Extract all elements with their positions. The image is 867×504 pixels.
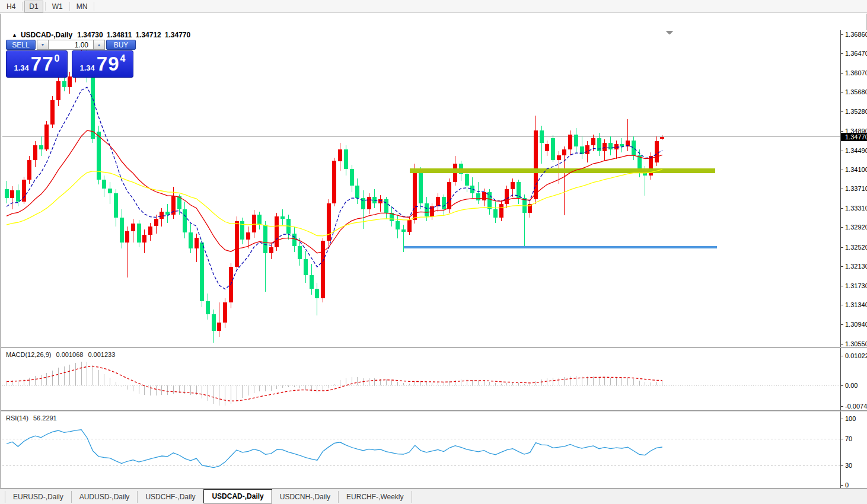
price-axis-label: 1.31730: [841, 282, 867, 290]
candles-layer: [5, 45, 665, 342]
price-axis-label: 1.33710: [841, 185, 867, 193]
price-axis-label: 1.36470: [841, 50, 867, 58]
tab-usdcad[interactable]: USDCAD-,Daily: [203, 489, 272, 503]
tab-usdcnh[interactable]: USDCNH-,Daily: [272, 491, 339, 503]
timeframe-h4-button[interactable]: H4: [2, 1, 20, 12]
ohlc-open: 1.34730: [77, 31, 103, 39]
timeframe-mn-button[interactable]: MN: [72, 1, 93, 12]
rsi-name: RSI(14): [6, 414, 28, 422]
macd-indicator-label: MACD(12,26,9) 0.001068 0.001233: [6, 351, 118, 358]
macd-histogram: [7, 362, 662, 406]
rsi-axis-label: 100: [841, 415, 867, 423]
toolbar-separator: [69, 2, 70, 11]
price-axis-label: 1.34490: [841, 147, 867, 155]
volume-decrease-button[interactable]: ▼: [37, 40, 49, 50]
buy-button[interactable]: BUY: [106, 40, 136, 50]
sell-price-figure: 1.34: [14, 63, 29, 72]
tab-usdchf[interactable]: USDCHF-,Daily: [138, 491, 203, 503]
buy-price-pips: 79: [97, 53, 120, 75]
resistance-band[interactable]: [410, 168, 715, 173]
timeframe-toolbar: H4D1W1MN: [0, 0, 867, 13]
timeframe-w1-button[interactable]: W1: [47, 1, 68, 12]
chart-tab-bar: EURUSD-,DailyAUDUSD-,DailyUSDCHF-,DailyU…: [0, 488, 867, 504]
buy-price-button[interactable]: 1.34 79 4: [72, 50, 133, 78]
price-axis[interactable]: 1.34770 1.368601.364701.360701.356801.35…: [840, 30, 867, 491]
price-axis-label: 1.30940: [841, 321, 867, 328]
macd-canvas[interactable]: [2, 349, 840, 410]
toolbar-separator: [45, 2, 46, 11]
chart-shift-marker[interactable]: [666, 31, 673, 35]
price-axis-label: 1.32920: [841, 224, 867, 231]
toolbar-separator: [22, 2, 23, 11]
sell-price-button[interactable]: 1.34 77 0: [6, 50, 68, 78]
price-axis-label: 1.34100: [841, 166, 867, 174]
price-axis-label: 1.36070: [841, 69, 867, 77]
one-click-collapse-arrow[interactable]: ▲: [12, 32, 17, 38]
panel-separator[interactable]: [1, 347, 867, 348]
tab-eurusd[interactable]: EURUSD-,Daily: [5, 491, 72, 503]
chart-title: ▲ USDCAD-,Daily 1.34730 1.34811 1.34712 …: [12, 31, 194, 39]
chart-canvas[interactable]: [2, 30, 840, 347]
rsi-canvas[interactable]: [2, 412, 840, 490]
rsi-indicator-label: RSI(14) 56.2291: [6, 414, 60, 422]
macd-signal-value: 0.001233: [88, 351, 115, 358]
timeframe-d1-button[interactable]: D1: [24, 1, 43, 12]
buy-price-point: 4: [120, 53, 126, 64]
volume-stepper: ▼ ▲: [37, 40, 105, 50]
price-axis-label: 1.31340: [841, 301, 867, 309]
rsi-line: [7, 430, 662, 468]
price-axis-label: 1.32130: [841, 263, 867, 270]
price-axis-label: 1.33310: [841, 205, 867, 212]
sell-button[interactable]: SELL: [6, 40, 36, 50]
tab-eurchf[interactable]: EURCHF-,Weekly: [339, 491, 412, 503]
mt4-terminal: H4D1W1MN ▲ USDCAD-,Daily 1.34730 1.34811…: [0, 0, 867, 504]
support-line[interactable]: [404, 246, 717, 248]
macd-axis-label: -0.007477: [841, 403, 867, 410]
price-axis-label: 1.36860: [841, 31, 867, 39]
chart-window: ▲ USDCAD-,Daily 1.34730 1.34811 1.34712 …: [0, 14, 867, 504]
tab-audusd[interactable]: AUDUSD-,Daily: [72, 491, 138, 503]
macd-main-value: 0.001068: [56, 351, 83, 358]
price-axis-label: 1.32520: [841, 244, 867, 251]
price-axis-label: 1.35680: [841, 88, 867, 96]
price-axis-label: 1.35280: [841, 108, 867, 116]
ohlc-close: 1.34770: [165, 31, 190, 39]
toolbar-separator: [94, 2, 94, 11]
macd-axis-label: 0.00: [841, 382, 867, 390]
buy-price-figure: 1.34: [80, 63, 95, 72]
rsi-value: 56.2291: [33, 414, 57, 422]
macd-axis-label: 0.010229: [841, 352, 867, 360]
ohlc-high: 1.34811: [107, 31, 132, 39]
macd-name: MACD(12,26,9): [6, 351, 51, 358]
sell-price-point: 0: [55, 53, 60, 64]
sell-price-pips: 77: [31, 53, 54, 75]
rsi-axis-label: 30: [841, 462, 867, 470]
one-click-trading-panel: SELL ▼ ▲ BUY 1.34 77 0 1.34 79 4: [6, 40, 136, 78]
chart-symbol-period: USDCAD-,Daily: [21, 31, 72, 39]
panel-separator[interactable]: [1, 410, 867, 412]
macd-signal-line: [7, 366, 662, 401]
rsi-axis-label: 70: [841, 435, 867, 443]
volume-input[interactable]: [49, 40, 93, 50]
volume-increase-button[interactable]: ▲: [93, 40, 105, 50]
bid-price-tag: 1.34770: [841, 133, 867, 141]
ohlc-low: 1.34712: [135, 31, 161, 39]
